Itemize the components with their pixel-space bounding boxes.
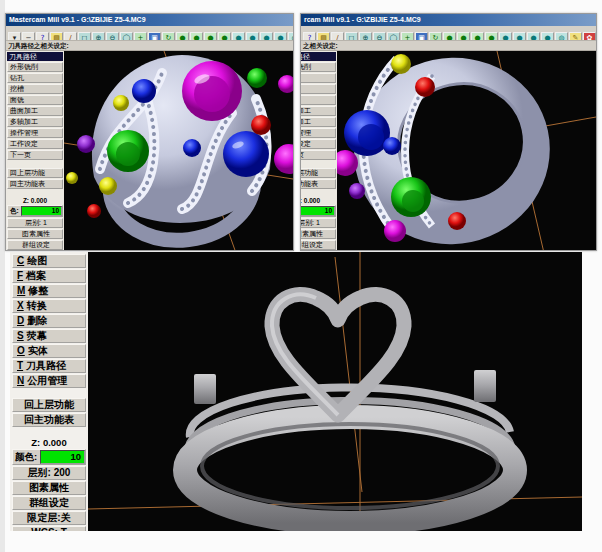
shade-flat-icon[interactable]: ● (232, 32, 245, 41)
menu-item-screen[interactable]: S荧幕 (12, 329, 86, 343)
shade-phong-icon[interactable]: ● (527, 32, 540, 41)
menu-item-drill[interactable]: 钻孔 (7, 73, 63, 83)
gview-top-icon[interactable]: ● (443, 32, 456, 41)
color-value-badge[interactable]: 10 (21, 206, 62, 216)
menu-item-multiaxis[interactable]: 多轴加工 (7, 117, 63, 127)
select-arrow-icon[interactable]: ▾ (8, 32, 21, 41)
menu-item-file[interactable]: F档案 (12, 269, 86, 283)
menu-item-drill[interactable]: 钻孔 (301, 73, 336, 83)
menu-item-pocket[interactable]: 挖槽 (7, 84, 63, 94)
backup-button[interactable]: 回上层功能 (12, 398, 86, 412)
menu-item-modify[interactable]: M修整 (12, 284, 86, 298)
zoom-window-icon[interactable]: ◻ (345, 32, 358, 41)
attributes-button[interactable]: 图素属性 (12, 481, 86, 495)
rotate-view-icon[interactable]: ↻ (162, 32, 175, 41)
z-depth-readout[interactable]: Z: 0.000 (6, 197, 64, 204)
graphics-viewport-heart[interactable] (88, 252, 582, 531)
menu-item-face[interactable]: 面铣 (7, 95, 63, 105)
menu-item-multiaxis[interactable]: 多轴加工 (301, 117, 336, 127)
menu-item-ncutils[interactable]: N公用管理 (12, 374, 86, 388)
menu-item-face[interactable]: 面铣 (301, 95, 336, 105)
zoom-fit-icon[interactable]: ◯ (387, 32, 400, 41)
menu-item-solids[interactable]: O实体 (12, 344, 86, 358)
repaint-icon[interactable]: ▣ (148, 32, 161, 41)
shade-off-icon[interactable]: ● (274, 32, 287, 41)
menu-item-contour[interactable]: 外形铣削 (301, 62, 336, 72)
color-value-badge[interactable]: 10 (40, 450, 85, 464)
color-selector[interactable]: 色: 10 (7, 205, 63, 217)
color-selector[interactable]: 色: 10 (301, 205, 336, 217)
groups-button[interactable]: 群组设定 (12, 496, 86, 510)
menu-item-selected[interactable]: 刀具路径 (7, 52, 63, 61)
mainmenu-button[interactable]: 回主功能表 (301, 179, 336, 189)
zoom-fit-icon[interactable]: ◯ (120, 32, 133, 41)
graphics-viewport-perspective[interactable] (64, 51, 293, 250)
gview-front-icon[interactable]: ● (457, 32, 470, 41)
menu-item-jobsetup[interactable]: 工作设定 (7, 139, 63, 149)
zoom-window-icon[interactable]: ◻ (78, 32, 91, 41)
menu-item-nextpage[interactable]: 下一页 (7, 150, 63, 160)
menu-item-xform[interactable]: X转换 (12, 299, 86, 313)
shade-gouraud-icon[interactable]: ● (513, 32, 526, 41)
pan-icon[interactable]: + (134, 32, 147, 41)
wireframe-icon[interactable]: ◍ (555, 32, 568, 41)
palette-icon[interactable]: ✿ (583, 32, 596, 41)
gview-side-icon[interactable]: ● (471, 32, 484, 41)
level-button[interactable]: 层别: 1 (7, 218, 63, 228)
backup-button[interactable]: 回上层功能 (7, 168, 63, 178)
shade-flat-icon[interactable]: ● (499, 32, 512, 41)
menu-item-create[interactable]: C绘图 (12, 254, 86, 268)
level-button[interactable]: 层别: 1 (301, 218, 336, 228)
pencil-edit-icon[interactable]: ✎ (569, 32, 582, 41)
z-depth-readout[interactable]: Z: 0.000 (301, 197, 337, 204)
pan-icon[interactable]: + (401, 32, 414, 41)
menu-item-delete[interactable]: D删除 (12, 314, 86, 328)
menu-item-operations[interactable]: 操作管理 (301, 128, 336, 138)
gview-front-icon[interactable]: ● (190, 32, 203, 41)
repaint-icon[interactable]: ▣ (415, 32, 428, 41)
groups-button[interactable]: 群组设定 (7, 240, 63, 250)
help-icon[interactable]: ? (303, 32, 316, 41)
color-selector[interactable]: 颜色: 10 (12, 449, 86, 465)
menu-item-toolpaths[interactable]: T刀具路径 (12, 359, 86, 373)
groups-button[interactable]: 群组设定 (301, 240, 336, 250)
rotate-view-icon[interactable]: ↻ (429, 32, 442, 41)
zoom-in-icon[interactable]: ⊕ (359, 32, 372, 41)
menu-item-pocket[interactable]: 挖槽 (301, 84, 336, 94)
file-open-icon[interactable]: ▤ (50, 32, 63, 41)
z-depth-readout[interactable]: Z: 0.000 (10, 437, 88, 448)
backup-button[interactable]: 回上层功能 (301, 168, 336, 178)
zoom-in-icon[interactable]: ⊕ (92, 32, 105, 41)
wcs-button[interactable]: WCS: T (12, 526, 86, 531)
analyze-icon[interactable]: ∕ (331, 32, 344, 41)
zoom-out-icon[interactable]: ⊖ (106, 32, 119, 41)
attributes-button[interactable]: 图素属性 (301, 229, 336, 239)
gview-iso-icon[interactable]: ● (485, 32, 498, 41)
help-icon[interactable]: ? (36, 32, 49, 41)
gview-top-icon[interactable]: ● (176, 32, 189, 41)
menu-item-jobsetup[interactable]: 工作设定 (301, 139, 336, 149)
level-button[interactable]: 层别: 200 (12, 466, 86, 480)
mainmenu-button[interactable]: 回主功能表 (7, 179, 63, 189)
menu-item-nextpage[interactable]: 下一页 (301, 150, 336, 160)
file-open-icon[interactable]: ▤ (317, 32, 330, 41)
zoom-out-icon[interactable]: ⊖ (373, 32, 386, 41)
graphics-viewport-front[interactable] (337, 51, 596, 250)
menu-item-surface[interactable]: 曲面加工 (7, 106, 63, 116)
menu-item-operations[interactable]: 操作管理 (7, 128, 63, 138)
menu-item-selected[interactable]: 刀具路径 (301, 52, 336, 61)
shade-phong-icon[interactable]: ● (260, 32, 273, 41)
minimize-dash-icon[interactable]: − (22, 32, 35, 41)
gview-iso-icon[interactable]: ● (218, 32, 231, 41)
color-value-badge[interactable]: 10 (301, 206, 335, 216)
attributes-button[interactable]: 图素属性 (7, 229, 63, 239)
shade-gouraud-icon[interactable]: ● (246, 32, 259, 41)
analyze-icon[interactable]: ∕ (64, 32, 77, 41)
shade-off-icon[interactable]: ● (541, 32, 554, 41)
mask-button[interactable]: 限定层:关 (12, 511, 86, 525)
gview-side-icon[interactable]: ● (204, 32, 217, 41)
mainmenu-button[interactable]: 回主功能表 (12, 413, 86, 427)
wireframe-icon[interactable]: ◍ (288, 32, 293, 41)
menu-item-surface[interactable]: 曲面加工 (301, 106, 336, 116)
menu-item-contour[interactable]: 外形铣削 (7, 62, 63, 72)
